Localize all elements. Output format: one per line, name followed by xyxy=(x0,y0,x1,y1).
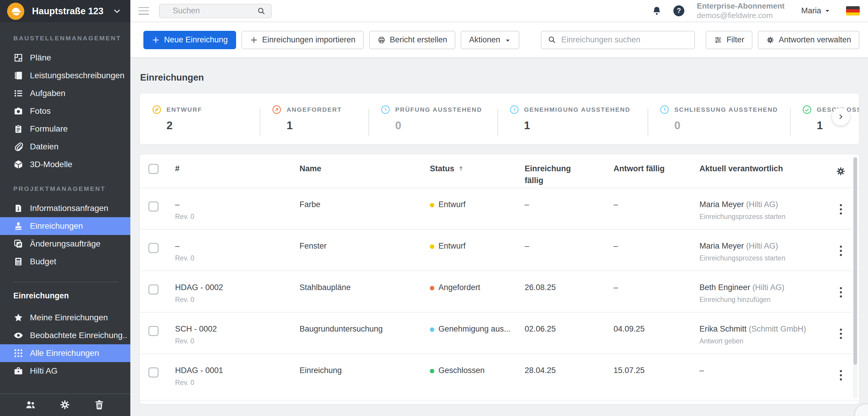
table-row[interactable]: HDAG - 0001Rev. 0 Einreichung Geschlosse… xyxy=(140,354,859,395)
sidebar-footer xyxy=(0,393,130,416)
new-submittal-button[interactable]: Neue Einreichung xyxy=(144,31,236,49)
topbar: Enterprise-Abonnement demos@fieldwire.co… xyxy=(130,0,868,22)
submittal-due-date: 02.06.25 xyxy=(525,313,614,354)
people-icon[interactable] xyxy=(25,399,37,411)
column-settings-gear-icon[interactable] xyxy=(836,166,846,176)
sidebar-item-einreichungen[interactable]: Einreichungen xyxy=(0,217,130,235)
sidebar-item-plaene[interactable]: Pläne xyxy=(0,49,130,67)
kebab-menu-icon[interactable] xyxy=(837,368,844,382)
sidebar-item-fotos[interactable]: Fotos xyxy=(0,102,130,120)
response-due-date: 04.09.25 xyxy=(614,313,700,354)
create-report-button[interactable]: Bericht erstellen xyxy=(369,31,456,49)
sidebar-item-informationsanfragen[interactable]: Informationsanfragen xyxy=(0,200,130,217)
sidebar-item-dateien[interactable]: Dateien xyxy=(0,138,130,155)
trash-icon[interactable] xyxy=(94,399,105,411)
rfi-icon xyxy=(13,203,23,213)
actions-dropdown-button[interactable]: Aktionen xyxy=(461,31,519,49)
kebab-menu-icon[interactable] xyxy=(837,244,844,258)
table-row[interactable]: SCH - 0002Rev. 0 Baugrunduntersuchung Ge… xyxy=(140,312,859,354)
notifications-bell-icon[interactable] xyxy=(651,6,662,16)
plans-icon xyxy=(13,53,23,63)
row-action-link[interactable]: Antwort geben xyxy=(700,337,830,345)
chevron-down-icon xyxy=(824,8,831,14)
select-all-checkbox[interactable] xyxy=(148,164,158,174)
import-submittals-button[interactable]: Einreichungen importieren xyxy=(242,31,364,49)
table-row[interactable]: –Rev. 0 Fenster Entwurf – – Maria Meyer … xyxy=(140,229,859,270)
status-card-angefordert[interactable]: ANGEFORDERT 1 xyxy=(260,93,369,144)
sidebar-item-formulare[interactable]: Formulare xyxy=(0,120,130,138)
chevron-down-icon[interactable] xyxy=(113,7,121,16)
row-action-link[interactable]: Einreichung hinzufügen xyxy=(700,296,830,304)
row-checkbox[interactable] xyxy=(148,285,158,295)
gear-icon xyxy=(766,36,774,44)
submittal-search-input[interactable] xyxy=(541,31,695,49)
table-row[interactable]: –Rev. 0 Farbe Entwurf – – Maria Meyer (H… xyxy=(140,187,859,229)
user-menu[interactable]: Maria xyxy=(801,6,831,16)
status-card-entwurf[interactable]: ENTWURF 2 xyxy=(140,93,260,144)
sidebar-item-aenderungsauftraege[interactable]: Änderungsaufträge xyxy=(0,235,130,253)
sidebar-item-meine-einreichungen[interactable]: Meine Einreichungen xyxy=(0,309,130,327)
kebab-menu-icon[interactable] xyxy=(837,285,844,299)
cards-scroll-right-button[interactable] xyxy=(832,108,849,126)
table-row[interactable]: HDAG - 0002Rev. 0 Stahlbaupläne Angeford… xyxy=(140,270,859,312)
revision: Rev. 0 xyxy=(175,296,300,304)
table-header-row: # Name Status Einreichung fällig Antwort… xyxy=(140,154,859,187)
status-card-pruefung-ausstehend[interactable]: PRÜFUNG AUSSTEHEND 0 xyxy=(369,93,497,144)
row-checkbox[interactable] xyxy=(148,243,158,253)
forms-icon xyxy=(13,124,23,134)
row-checkbox[interactable] xyxy=(148,202,158,212)
revision: Rev. 0 xyxy=(175,254,300,262)
sidebar-item-hilti-ag[interactable]: Hilti AG xyxy=(0,362,130,380)
content: Einreichungen ENTWURF 2 ANGEFORDERT 1 PR… xyxy=(130,58,868,416)
row-checkbox[interactable] xyxy=(148,326,158,336)
change-orders-icon xyxy=(13,239,23,249)
table-scrollbar[interactable] xyxy=(853,157,858,399)
filter-button[interactable]: Filter xyxy=(706,31,752,49)
responsible: Maria Meyer (Hilti AG) xyxy=(700,241,830,251)
gear-icon[interactable] xyxy=(59,399,71,411)
column-header-response-due[interactable]: Antwort fällig xyxy=(614,154,700,187)
row-checkbox[interactable] xyxy=(148,367,158,378)
sidebar-item-leistungsbeschreibungen[interactable]: Leistungsbeschreibungen xyxy=(0,67,130,84)
sidebar-item-3d-modelle[interactable]: 3D-Modelle xyxy=(0,155,130,173)
row-action-link[interactable]: Einreichungsprozess starten xyxy=(700,213,830,221)
submittal-due-date: – xyxy=(525,188,614,229)
status-label: Genehmigung aus... xyxy=(438,324,510,333)
kebab-menu-icon[interactable] xyxy=(837,327,844,340)
toolbar: Neue Einreichung Einreichungen importier… xyxy=(130,22,868,58)
column-header-status[interactable]: Status xyxy=(430,154,525,187)
scrollbar-thumb[interactable] xyxy=(854,157,857,365)
german-flag-icon[interactable] xyxy=(846,6,860,16)
specs-icon xyxy=(13,70,23,81)
sidebar-item-beobachtete-einreichungen[interactable]: Beobachtete Einreichung... xyxy=(0,327,130,344)
column-header-submittal-due[interactable]: Einreichung fällig xyxy=(525,154,614,187)
column-header-number[interactable]: # xyxy=(175,154,300,187)
clock-icon xyxy=(380,105,391,115)
manage-responses-button[interactable]: Antworten verwalten xyxy=(758,31,860,49)
global-search-input[interactable] xyxy=(159,4,272,18)
kebab-menu-icon[interactable] xyxy=(837,202,844,216)
clock-icon xyxy=(509,105,519,115)
submittal-number: HDAG - 0002 xyxy=(175,283,300,292)
section-label-project: PROJEKTMANAGEMENT xyxy=(13,185,130,192)
plus-icon xyxy=(152,36,160,44)
submittals-table: # Name Status Einreichung fällig Antwort… xyxy=(140,154,860,405)
help-icon[interactable] xyxy=(673,5,684,16)
sort-ascending-icon xyxy=(457,164,465,171)
response-due-date: – xyxy=(614,188,700,229)
chat-bubble-partial[interactable] xyxy=(855,404,868,416)
hamburger-menu-icon[interactable] xyxy=(138,7,149,15)
column-header-name[interactable]: Name xyxy=(300,154,430,187)
chevron-down-icon xyxy=(504,37,511,43)
status-dot xyxy=(430,327,434,332)
cube-icon xyxy=(13,159,23,170)
sidebar-item-budget[interactable]: Budget xyxy=(0,253,130,270)
project-switcher[interactable]: Hauptstraße 123 xyxy=(0,0,130,22)
status-card-genehmigung-ausstehend[interactable]: GENEHMIGUNG AUSSTEHEND 1 xyxy=(497,93,648,144)
submittal-number: – xyxy=(175,200,300,209)
status-card-schliessung-ausstehend[interactable]: SCHLIESSUNG AUSSTEHEND 0 xyxy=(648,93,790,144)
column-header-responsible[interactable]: Aktuell verantwortlich xyxy=(700,154,830,187)
sidebar-item-aufgaben[interactable]: Aufgaben xyxy=(0,84,130,102)
sidebar-item-alle-einreichungen[interactable]: Alle Einreichungen xyxy=(0,344,130,362)
row-action-link[interactable]: Einreichungsprozess starten xyxy=(700,254,830,262)
